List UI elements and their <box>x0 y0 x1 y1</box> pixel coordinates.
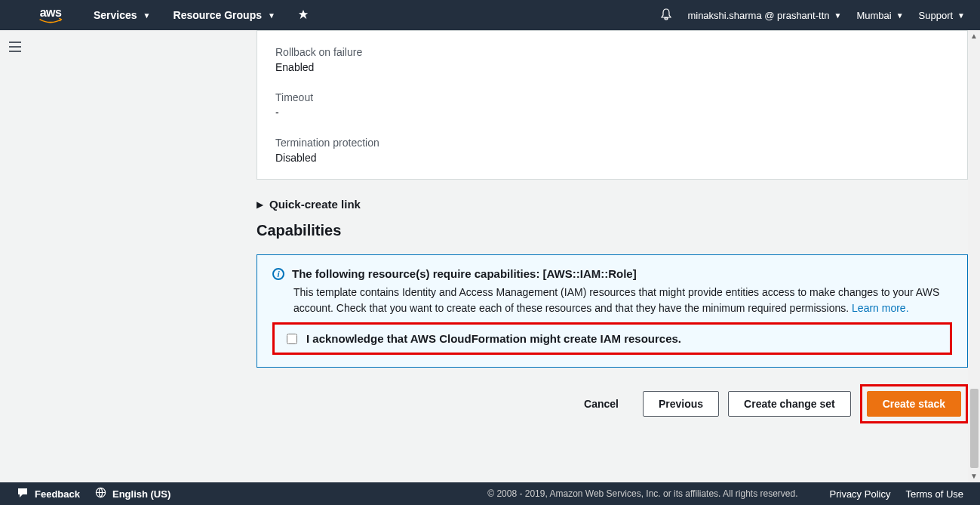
rollback-value: Enabled <box>275 61 949 73</box>
globe-icon[interactable] <box>95 487 106 500</box>
quick-create-link-toggle[interactable]: ▶ Quick-create link <box>257 198 968 211</box>
hamburger-menu-icon[interactable] <box>9 38 27 56</box>
privacy-link[interactable]: Privacy Policy <box>830 488 891 500</box>
alert-title: The following resource(s) require capabi… <box>292 267 637 280</box>
capabilities-alert: i The following resource(s) require capa… <box>257 254 968 368</box>
ack-label[interactable]: I acknowledge that AWS CloudFormation mi… <box>306 332 681 345</box>
timeout-value: - <box>275 106 949 119</box>
caret-down-icon: ▼ <box>834 11 841 20</box>
create-stack-button[interactable]: Create stack <box>867 391 961 417</box>
alert-body-text: This template contains Identity and Acce… <box>293 286 939 314</box>
caret-down-icon: ▼ <box>957 11 965 20</box>
capabilities-heading: Capabilities <box>257 222 968 239</box>
quick-create-link-label: Quick-create link <box>269 198 361 211</box>
chat-icon[interactable] <box>17 487 29 501</box>
caret-down-icon: ▼ <box>896 11 904 20</box>
scroll-down-icon[interactable]: ▼ <box>968 470 980 482</box>
caret-down-icon: ▼ <box>268 11 275 20</box>
info-icon: i <box>272 268 284 280</box>
ack-checkbox-row: I acknowledge that AWS CloudFormation mi… <box>272 322 952 355</box>
termination-value: Disabled <box>275 152 949 164</box>
pin-icon[interactable] <box>298 9 309 22</box>
create-change-set-button[interactable]: Create change set <box>728 391 851 417</box>
rollback-label: Rollback on failure <box>275 46 949 58</box>
language-selector[interactable]: English (US) <box>112 488 171 500</box>
scroll-up-icon[interactable]: ▲ <box>968 30 980 42</box>
nav-services-label: Services <box>94 9 137 21</box>
top-nav: aws Services ▼ Resource Groups ▼ minaksh… <box>0 0 980 30</box>
aws-smile-icon <box>38 18 63 24</box>
alert-body: This template contains Identity and Acce… <box>293 285 952 316</box>
stack-options-card: Rollback on failure Enabled Timeout - Te… <box>257 30 968 180</box>
nav-resource-groups[interactable]: Resource Groups ▼ <box>174 9 275 21</box>
create-stack-highlight: Create stack <box>860 384 968 423</box>
previous-button[interactable]: Previous <box>643 391 719 417</box>
nav-support-label: Support <box>919 10 954 21</box>
footer-copyright: © 2008 - 2019, Amazon Web Services, Inc.… <box>487 488 797 499</box>
nav-services[interactable]: Services ▼ <box>94 9 151 21</box>
nav-user[interactable]: minakshi.sharma @ prashant-ttn ▼ <box>687 10 841 21</box>
aws-logo[interactable]: aws <box>38 6 63 24</box>
nav-user-label: minakshi.sharma @ prashant-ttn <box>687 10 829 21</box>
termination-label: Termination protection <box>275 137 949 149</box>
caret-down-icon: ▼ <box>143 11 151 20</box>
notifications-icon[interactable] <box>660 8 672 23</box>
nav-resource-groups-label: Resource Groups <box>174 9 262 21</box>
footer: Feedback English (US) © 2008 - 2019, Ama… <box>0 482 980 505</box>
nav-region-label: Mumbai <box>856 10 891 21</box>
triangle-right-icon: ▶ <box>257 199 263 210</box>
scroll-thumb[interactable] <box>970 389 978 468</box>
cancel-button[interactable]: Cancel <box>569 392 634 416</box>
nav-region[interactable]: Mumbai ▼ <box>856 10 903 21</box>
learn-more-link[interactable]: Learn more. <box>852 302 908 314</box>
main-content: Rollback on failure Enabled Timeout - Te… <box>30 30 968 482</box>
scrollbar[interactable]: ▲ ▼ <box>968 30 980 482</box>
action-buttons: Cancel Previous Create change set Create… <box>257 384 968 423</box>
nav-support[interactable]: Support ▼ <box>919 10 965 21</box>
ack-checkbox[interactable] <box>287 334 297 344</box>
timeout-label: Timeout <box>275 91 949 103</box>
feedback-link[interactable]: Feedback <box>35 488 80 500</box>
terms-link[interactable]: Terms of Use <box>905 488 963 500</box>
